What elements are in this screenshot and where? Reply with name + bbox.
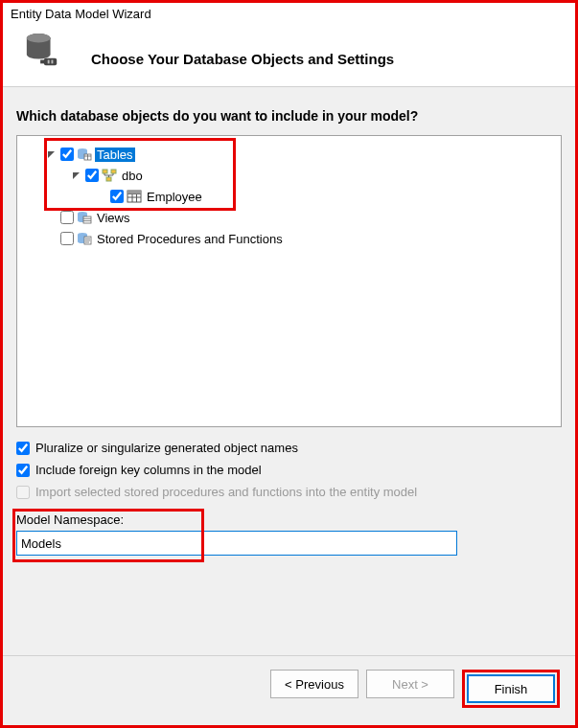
svg-rect-5 [52, 60, 54, 64]
button-bar: < Previous Next > Finish [3, 655, 575, 725]
tree-label-dbo[interactable]: dbo [120, 169, 145, 183]
label-foreign-keys: Include foreign key columns in the model [35, 463, 262, 477]
objects-tree[interactable]: Tables dbo Employee [16, 135, 562, 427]
database-icon [20, 31, 64, 73]
checkbox-pluralize[interactable] [16, 442, 30, 455]
window-title: Entity Data Model Wizard [3, 3, 575, 25]
options-group: Pluralize or singularize generated objec… [16, 441, 562, 499]
next-button: Next > [366, 670, 454, 698]
checkbox-dbo[interactable] [85, 169, 99, 182]
tree-node-sprocs[interactable]: Stored Procedures and Functions [23, 228, 555, 249]
option-pluralize[interactable]: Pluralize or singularize generated objec… [16, 441, 562, 455]
finish-button[interactable]: Finish [467, 674, 555, 703]
sprocs-icon [77, 231, 92, 246]
views-icon [77, 210, 92, 225]
option-import-sprocs: Import selected stored procedures and fu… [16, 485, 562, 499]
tree-node-views[interactable]: Views [23, 207, 555, 228]
annotation-highlight-finish: Finish [462, 670, 560, 708]
checkbox-sprocs[interactable] [60, 232, 74, 245]
tree-label-sprocs[interactable]: Stored Procedures and Functions [95, 232, 285, 246]
svg-rect-20 [83, 216, 91, 223]
tree-node-dbo[interactable]: dbo [23, 165, 555, 186]
schema-icon [102, 168, 117, 183]
previous-button[interactable]: < Previous [270, 670, 358, 698]
namespace-section: Model Namespace: [16, 512, 562, 556]
svg-rect-2 [44, 58, 57, 66]
tables-icon [77, 147, 92, 162]
label-import-sprocs: Import selected stored procedures and fu… [35, 485, 417, 499]
svg-rect-10 [103, 170, 107, 173]
table-icon [127, 189, 142, 204]
checkbox-views[interactable] [60, 211, 74, 224]
svg-rect-3 [40, 60, 45, 64]
tree-label-employee[interactable]: Employee [145, 190, 204, 204]
header: Choose Your Database Objects and Setting… [3, 25, 575, 87]
chevron-down-icon[interactable] [46, 148, 58, 160]
checkbox-employee[interactable] [110, 190, 124, 203]
svg-rect-11 [111, 170, 116, 173]
content-area: Which database objects do you want to in… [3, 87, 575, 655]
svg-point-1 [27, 34, 51, 43]
page-title: Choose Your Database Objects and Setting… [91, 51, 394, 67]
option-foreign-keys[interactable]: Include foreign key columns in the model [16, 463, 562, 477]
checkbox-tables[interactable] [60, 148, 74, 161]
label-pluralize: Pluralize or singularize generated objec… [35, 441, 298, 455]
tree-node-employee[interactable]: Employee [23, 186, 555, 207]
tree-node-tables[interactable]: Tables [23, 144, 555, 165]
chevron-down-icon[interactable] [71, 170, 82, 181]
wizard-window: Entity Data Model Wizard Choose Your Dat… [0, 0, 578, 728]
question-label: Which database objects do you want to in… [16, 108, 562, 124]
svg-rect-4 [48, 60, 50, 64]
tree-label-views[interactable]: Views [95, 211, 131, 225]
namespace-input[interactable] [16, 531, 457, 556]
svg-rect-18 [127, 191, 141, 194]
namespace-label: Model Namespace: [16, 512, 562, 527]
svg-rect-12 [106, 177, 111, 181]
checkbox-foreign-keys[interactable] [16, 464, 30, 477]
tree-label-tables[interactable]: Tables [95, 148, 135, 162]
checkbox-import-sprocs [16, 486, 30, 499]
